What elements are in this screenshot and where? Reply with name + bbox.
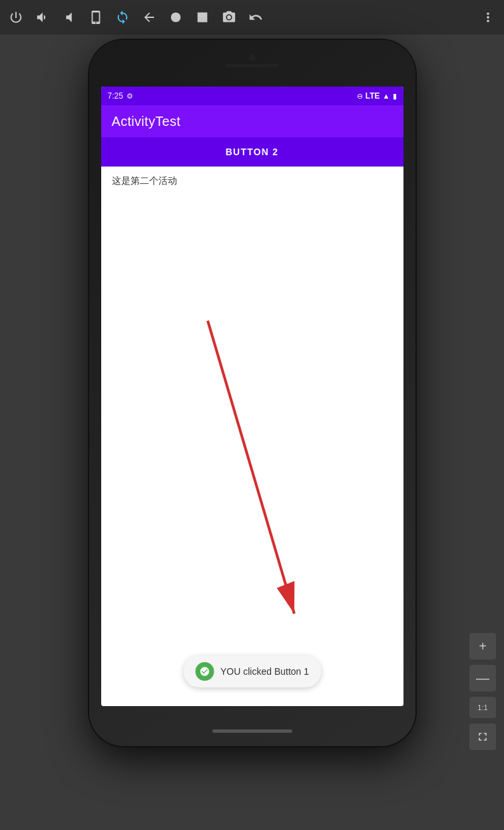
zoom-in-button[interactable]: + bbox=[469, 633, 496, 659]
power-icon[interactable] bbox=[8, 9, 24, 25]
undo-icon[interactable] bbox=[248, 9, 264, 25]
volume-off-icon[interactable] bbox=[61, 9, 77, 25]
right-panel: + — 1:1 bbox=[469, 633, 496, 750]
status-time: 7:25 bbox=[108, 91, 123, 101]
button2-label: BUTTON 2 bbox=[226, 147, 278, 157]
toast-text: YOU clicked Button 1 bbox=[220, 666, 309, 677]
phone-container: 7:25 ⚙ ⊖ LTE ▲ ▮ ActivityTest BUTTON 2 bbox=[89, 40, 415, 786]
toast-notification: YOU clicked Button 1 bbox=[183, 655, 321, 687]
stop-nav-icon[interactable] bbox=[194, 9, 210, 25]
fit-screen-button[interactable] bbox=[469, 723, 496, 750]
arrow-annotation bbox=[101, 167, 403, 706]
toolbar bbox=[0, 0, 504, 35]
status-bar-left: 7:25 ⚙ bbox=[108, 91, 133, 101]
camera-capture-icon[interactable] bbox=[221, 9, 237, 25]
battery-icon: ▮ bbox=[393, 92, 397, 101]
settings-gear-icon: ⚙ bbox=[126, 92, 133, 101]
zoom-ratio-label: 1:1 bbox=[469, 697, 496, 718]
toast-icon bbox=[195, 662, 214, 681]
zoom-out-button[interactable]: — bbox=[469, 665, 496, 691]
app-bar: ActivityTest bbox=[101, 105, 403, 137]
sync-icon[interactable] bbox=[115, 9, 130, 25]
phone-screen: 7:25 ⚙ ⊖ LTE ▲ ▮ ActivityTest BUTTON 2 bbox=[101, 87, 403, 706]
more-options-icon[interactable] bbox=[480, 9, 496, 25]
status-bar-right: ⊖ LTE ▲ ▮ bbox=[357, 91, 397, 101]
svg-point-0 bbox=[171, 13, 181, 23]
status-lte-label: LTE bbox=[366, 91, 380, 101]
status-minus-icon: ⊖ bbox=[357, 92, 363, 101]
content-text: 这是第二个活动 bbox=[112, 175, 177, 186]
phone-frame: 7:25 ⚙ ⊖ LTE ▲ ▮ ActivityTest BUTTON 2 bbox=[89, 40, 415, 746]
app-bar-title: ActivityTest bbox=[112, 114, 181, 129]
home-bar bbox=[212, 729, 292, 733]
content-area: 这是第二个活动 bbox=[101, 167, 403, 706]
phone-icon[interactable] bbox=[88, 9, 104, 25]
status-bar: 7:25 ⚙ ⊖ LTE ▲ ▮ bbox=[101, 87, 403, 105]
back-nav-icon[interactable] bbox=[141, 9, 157, 25]
button2-bar[interactable]: BUTTON 2 bbox=[101, 137, 403, 167]
phone-speaker bbox=[226, 64, 279, 67]
volume-on-icon[interactable] bbox=[35, 9, 51, 25]
svg-rect-1 bbox=[198, 13, 208, 23]
svg-line-3 bbox=[208, 320, 294, 614]
camera-notch bbox=[249, 55, 256, 61]
home-nav-icon[interactable] bbox=[168, 9, 184, 25]
signal-bars-icon: ▲ bbox=[383, 92, 390, 100]
